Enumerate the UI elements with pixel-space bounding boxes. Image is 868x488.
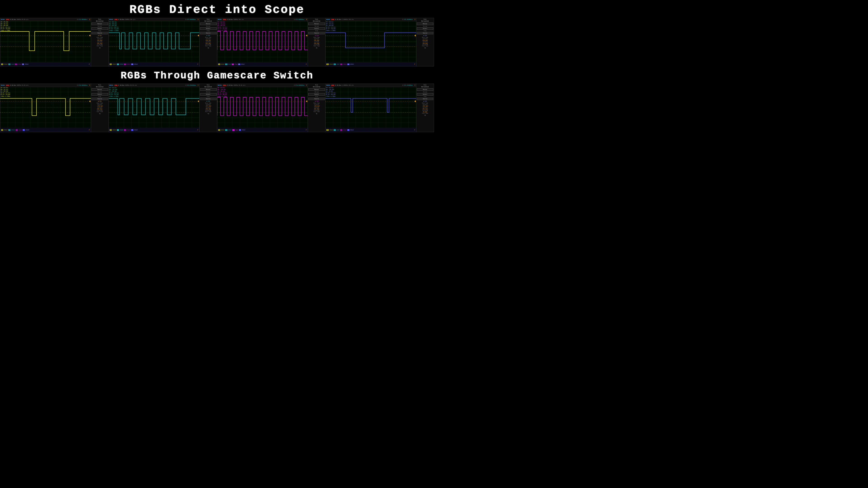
scope-panel-top-1: RIGOL STOP H 10.0us 500MSa 60.0k pts D 6… (0, 18, 109, 66)
scope-panel-bot-3: RIGOL STOP H 10.0us 500MSa 60.0k pts D 6… (217, 84, 326, 132)
scope-panel-bot-4: RIGOL STOP H 10.0us 1.000GSa 20k pts D 6… (326, 84, 434, 132)
scope-sidebar-top-3: Mode Horizontal Manual Period Select Fre… (308, 18, 325, 66)
scope-main-top-1: RIGOL STOP H 10.0us 500MSa 60.0k pts D 6… (0, 18, 91, 66)
top-scopes-row: RIGOL STOP H 10.0us 500MSa 60.0k pts D 6… (0, 18, 434, 66)
scope-sidebar-top-4: Mode Horizontal Manual Period Select Fre… (416, 18, 434, 66)
scope-panel-bot-1: RIGOL STOP H 10.0us 500MSa 60.0k pts D 6… (0, 84, 109, 132)
title-1: RGBs Direct into Scope (0, 0, 434, 18)
title-2: RGBs Through Gamescare Switch (0, 66, 434, 84)
scope-sidebar-top-1: Mode Horizontal Manual Period Select Fre… (91, 18, 108, 66)
scope-main-top-3: RIGOL STOP H 10.0us 500MSa 50k pts D 673… (217, 18, 308, 66)
scope-panel-top-3: RIGOL STOP H 10.0us 500MSa 50k pts D 673… (217, 18, 326, 66)
page-container: RGBs Direct into Scope RIGOL STOP H 10.0… (0, 0, 434, 244)
scope-panel-top-2: RIGOL STOP H 20.0us 500MSa 50k pts D 673… (109, 18, 217, 66)
scope-main-top-4: RIGOL STOP H 10.0us 1.000GSa 20k pts D 6… (326, 18, 416, 66)
bottom-scopes-row: RIGOL STOP H 10.0us 500MSa 60.0k pts D 6… (0, 84, 434, 132)
scope-main-top-2: RIGOL STOP H 20.0us 500MSa 50k pts D 673… (109, 18, 199, 66)
scope-sidebar-top-2: Mode Horizontal Manual Period Select Fre… (199, 18, 217, 66)
scope-panel-bot-2: RIGOL STOP H 10.0us 500MSa 60.0k pts D 6… (109, 84, 217, 132)
scope-panel-top-4: RIGOL STOP H 10.0us 1.000GSa 20k pts D 6… (326, 18, 434, 66)
